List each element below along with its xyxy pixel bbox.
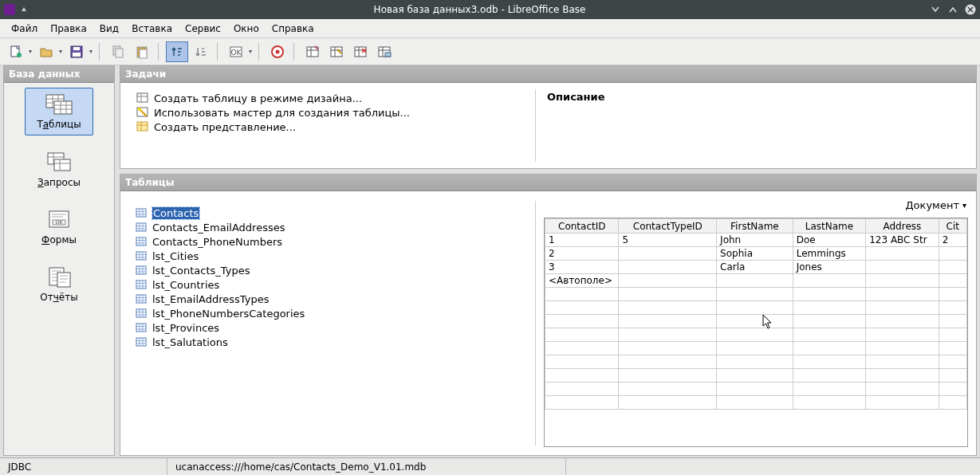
svg-text:OK: OK [231, 49, 242, 57]
menu-help[interactable]: Справка [267, 22, 319, 36]
pin-up-icon[interactable] [18, 3, 30, 16]
statusbar: JDBC ucanaccess:///home/cas/Contacts_Dem… [0, 457, 980, 475]
svg-rect-31 [137, 122, 148, 131]
sidebar-item-reports[interactable]: Отчёты [25, 261, 93, 308]
table-item-label: lst_Countries [152, 279, 219, 291]
cell[interactable] [619, 247, 717, 261]
menu-edit[interactable]: Правка [45, 22, 92, 36]
db-sidebar: База данных Таблицы Запросы OK Формы Отч… [3, 65, 115, 456]
table-item[interactable]: lst_Cities [135, 249, 530, 263]
open-button[interactable] [35, 41, 57, 62]
table-item[interactable]: lst_Countries [135, 277, 530, 292]
table-item[interactable]: Contacts_PhoneNumbers [135, 234, 530, 249]
cell[interactable] [717, 274, 793, 288]
svg-rect-38 [136, 295, 146, 303]
table-row[interactable]: 3CarlaJones [545, 261, 967, 274]
reports-icon [45, 266, 73, 289]
cell[interactable]: 1 [545, 234, 619, 247]
sort-asc-button[interactable] [166, 41, 188, 62]
menu-window[interactable]: Окно [229, 22, 264, 36]
maximize-button[interactable] [947, 3, 959, 16]
menu-tools[interactable]: Сервис [180, 22, 226, 36]
cell[interactable]: Jones [793, 261, 865, 274]
table-item[interactable]: lst_Contacts_Types [135, 263, 530, 277]
cell[interactable] [619, 261, 717, 274]
help-button[interactable] [266, 41, 289, 62]
cell[interactable] [793, 274, 865, 288]
copy-button[interactable] [107, 41, 129, 62]
cell[interactable]: <Автополе> [545, 274, 619, 288]
cell[interactable]: 5 [619, 234, 717, 247]
cell[interactable]: Doe [793, 234, 865, 247]
cell[interactable] [619, 274, 717, 288]
cell[interactable]: John [717, 234, 793, 247]
menu-file[interactable]: Файл [6, 22, 42, 36]
sidebar-item-queries[interactable]: Запросы [25, 147, 93, 193]
open-dropdown[interactable]: ▾ [57, 48, 64, 55]
status-driver: JDBC [0, 458, 167, 475]
rename-button[interactable] [373, 41, 396, 62]
svg-rect-22 [54, 159, 70, 171]
table-item-label: Contacts_PhoneNumbers [152, 236, 282, 248]
table-item[interactable]: Contacts [135, 206, 530, 220]
sidebar-item-label: Отчёты [40, 292, 77, 303]
cell[interactable]: 123 ABC Str [866, 234, 939, 247]
cell[interactable] [939, 274, 966, 288]
paste-button[interactable] [131, 41, 153, 62]
menu-view[interactable]: Вид [95, 22, 124, 36]
cell[interactable]: Lemmings [793, 247, 865, 261]
sort-desc-button[interactable] [190, 41, 212, 62]
cell[interactable] [866, 261, 939, 274]
window-titlebar: Новая база данных3.odb - LibreOffice Bas… [0, 0, 980, 19]
cell[interactable] [939, 261, 966, 274]
new-table-button[interactable] [301, 41, 324, 62]
close-button[interactable] [964, 3, 977, 16]
delete-button[interactable] [349, 41, 372, 62]
new-doc-dropdown[interactable]: ▾ [27, 48, 33, 55]
new-doc-button[interactable] [5, 41, 27, 62]
table-item[interactable]: lst_Salutations [135, 335, 530, 349]
task-create-table-design[interactable]: Создать таблицу в режиме дизайна... [136, 91, 530, 105]
table-row[interactable]: 2SophiaLemmings [545, 247, 967, 261]
cell[interactable]: Carla [717, 261, 793, 274]
column-header[interactable]: ContactID [545, 219, 619, 234]
task-table-wizard[interactable]: Использовать мастер для создания таблицы… [136, 105, 530, 120]
menu-insert[interactable]: Вставка [127, 22, 177, 36]
cell[interactable] [866, 274, 939, 288]
cell[interactable]: 3 [545, 261, 619, 274]
form-wizard-button[interactable]: OK [225, 41, 247, 62]
table-item[interactable]: lst_EmailAddressTypes [135, 292, 530, 306]
preview-grid[interactable]: ContactIDContactTypeIDFirstNameLastNameA… [545, 218, 967, 410]
minimize-button[interactable] [929, 3, 942, 16]
table-item-label: lst_Cities [152, 250, 199, 262]
table-item[interactable]: Contacts_EmailAddresses [135, 220, 530, 234]
cell[interactable]: 2 [545, 247, 619, 261]
column-header[interactable]: ContactTypeID [619, 219, 717, 234]
wizard-icon [136, 106, 149, 119]
sidebar-item-tables[interactable]: Таблицы [25, 88, 93, 135]
save-dropdown[interactable]: ▾ [88, 48, 94, 55]
column-header[interactable]: Cit [939, 219, 966, 234]
preview-mode-dropdown-icon[interactable]: ▾ [962, 201, 966, 210]
edit-table-button[interactable] [325, 41, 348, 62]
column-header[interactable]: LastName [793, 219, 865, 234]
cell[interactable]: Sophia [717, 247, 793, 261]
cell[interactable]: 2 [939, 234, 966, 247]
table-item-label: lst_Salutations [152, 336, 228, 348]
table-item[interactable]: lst_Provinces [135, 320, 530, 335]
task-create-view[interactable]: Создать представление... [136, 120, 530, 134]
cell[interactable] [866, 247, 939, 261]
svg-rect-7 [116, 49, 123, 57]
table-item[interactable]: lst_PhoneNumbersCategories [135, 306, 530, 320]
table-icon [135, 278, 148, 291]
form-wizard-dropdown[interactable]: ▾ [247, 48, 254, 55]
save-button[interactable] [65, 41, 88, 62]
preview-mode-selector[interactable]: Документ [905, 199, 959, 211]
table-row[interactable]: 15JohnDoe123 ABC Str2 [545, 234, 967, 247]
cell[interactable] [939, 247, 966, 261]
column-header[interactable]: FirstName [717, 219, 793, 234]
new-row[interactable]: <Автополе> [545, 274, 967, 288]
column-header[interactable]: Address [866, 219, 939, 234]
svg-text:OK: OK [56, 219, 64, 225]
sidebar-item-forms[interactable]: OK Формы [25, 204, 93, 250]
